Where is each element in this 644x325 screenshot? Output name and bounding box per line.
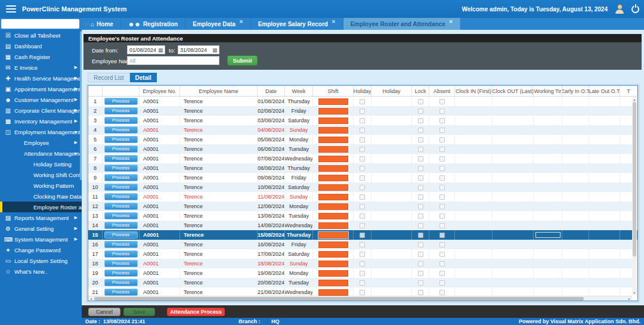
horizontal-scrollbar[interactable]: ◄ ► (88, 296, 632, 301)
top-tab-employee-roster-and-attendance[interactable]: Employee Roster and Attendance✕ (343, 18, 461, 30)
absent-checkbox[interactable] (439, 261, 445, 267)
sidebar-item-working-pattern[interactable]: Working Pattern (0, 180, 82, 191)
process-button[interactable]: Process (104, 222, 138, 229)
sidebar-item-inventory-management[interactable]: ▩Inventory Management▶ (0, 116, 82, 126)
sidebar-item-working-shift-configura[interactable]: Working Shift Configura... (0, 169, 82, 180)
table-row[interactable]: 10ProcessA0001Terence10/08/2024Saturday (88, 182, 637, 192)
lock-checkbox[interactable] (418, 242, 423, 247)
holiday-checkbox[interactable] (360, 156, 365, 162)
vertical-scrollbar[interactable]: ▲ ▼ (632, 97, 637, 295)
calendar-icon[interactable]: ▦ (158, 47, 163, 53)
lock-checkbox[interactable] (418, 280, 423, 286)
sidebar-item-employment-management[interactable]: ◫Employment Management▼ (0, 126, 82, 137)
close-tab-icon[interactable]: ✕ (332, 19, 336, 24)
holiday-checkbox[interactable] (360, 242, 365, 247)
absent-checkbox[interactable] (439, 185, 445, 190)
lock-checkbox[interactable] (418, 223, 423, 228)
sidebar-item-change-password[interactable]: ✦Change Password (0, 244, 82, 255)
process-button[interactable]: Process (104, 250, 138, 258)
top-tab-home[interactable]: ⌂Home (83, 18, 121, 30)
employee-name-input[interactable] (127, 56, 219, 65)
table-row[interactable]: 12ProcessA0001Terence12/08/2024Monday (88, 202, 637, 211)
process-button[interactable]: Process (104, 136, 138, 143)
process-button[interactable]: Process (104, 117, 138, 124)
holiday-checkbox[interactable] (360, 204, 365, 209)
lock-checkbox[interactable] (418, 118, 423, 123)
top-tab-employee-salary-record[interactable]: Employee Salary Record✕ (251, 18, 343, 30)
absent-checkbox[interactable] (439, 271, 445, 276)
table-row[interactable]: 6ProcessA0001Terence06/08/2024Tuesday (88, 144, 637, 154)
absent-checkbox[interactable] (439, 194, 445, 200)
table-row[interactable]: 5ProcessA0001Terence05/08/2024Monday (88, 135, 637, 144)
table-row[interactable]: 9ProcessA0001Terence09/08/2024Friday (88, 173, 637, 182)
sidebar-item-reports-management[interactable]: ▨Reports Management▶ (0, 212, 82, 223)
holiday-checkbox[interactable] (360, 99, 365, 104)
holiday-checkbox[interactable] (360, 185, 365, 190)
process-button[interactable]: Process (104, 279, 138, 286)
table-row[interactable]: 3ProcessA0001Terence03/08/2024Saturday (88, 116, 637, 125)
process-button[interactable]: Process (104, 231, 138, 239)
table-row[interactable]: 8ProcessA0001Terence08/08/2024Thursday (88, 163, 637, 173)
absent-checkbox[interactable] (439, 213, 445, 219)
holiday-checkbox[interactable] (360, 213, 365, 219)
top-tab-employee-data[interactable]: Employee Data✕ (185, 18, 250, 30)
scroll-left-icon[interactable]: ◄ (89, 296, 92, 301)
holiday-checkbox[interactable] (360, 271, 365, 276)
sidebar-search-input[interactable] (1, 21, 85, 27)
close-tab-icon[interactable]: ✕ (449, 19, 453, 24)
absent-checkbox[interactable] (439, 128, 445, 133)
lock-checkbox[interactable] (418, 252, 423, 257)
process-button[interactable]: Process (104, 203, 138, 210)
tab-record-list[interactable]: Record List (88, 73, 130, 82)
absent-checkbox[interactable] (439, 109, 445, 114)
table-row[interactable]: 1ProcessA0001Terence01/08/2024Thursday (88, 97, 637, 106)
lock-checkbox[interactable] (418, 137, 423, 143)
lock-checkbox[interactable] (418, 194, 423, 200)
sidebar-item-clocking-raw-data[interactable]: Clocking Raw Data (0, 191, 82, 202)
process-button[interactable]: Process (104, 193, 138, 200)
sidebar-item-appointment-management[interactable]: ▣Appointment Management▶ (0, 83, 82, 94)
lock-checkbox[interactable] (418, 99, 423, 104)
lock-checkbox[interactable] (418, 175, 423, 181)
sidebar-item-general-setting[interactable]: ⚙General Setting▶ (0, 223, 82, 234)
lock-checkbox[interactable] (418, 290, 423, 295)
absent-checkbox[interactable] (439, 137, 445, 143)
holiday-checkbox[interactable] (360, 280, 365, 286)
holiday-checkbox[interactable] (360, 147, 365, 152)
lock-checkbox[interactable] (418, 166, 423, 171)
horizontal-scroll-thumb[interactable] (94, 297, 584, 301)
lock-checkbox[interactable] (418, 109, 423, 114)
sidebar-item-corporate-client-management[interactable]: ▥Corporate Client Management▶ (0, 105, 82, 116)
holiday-checkbox[interactable] (360, 290, 365, 295)
holiday-checkbox[interactable] (360, 252, 365, 257)
lock-checkbox[interactable] (418, 271, 423, 276)
absent-checkbox[interactable] (439, 290, 445, 295)
process-button[interactable]: Process (104, 126, 138, 134)
sidebar-item-employee[interactable]: Employee▶ (0, 137, 82, 148)
process-button[interactable]: Process (104, 270, 138, 277)
holiday-checkbox[interactable] (360, 175, 365, 181)
table-row[interactable]: 14ProcessA0001Terence14/08/2024Wednesday (88, 221, 637, 230)
scroll-up-icon[interactable]: ▲ (632, 98, 637, 101)
absent-checkbox[interactable] (439, 223, 445, 228)
process-button[interactable]: Process (104, 260, 138, 267)
calendar-icon[interactable]: ▦ (212, 47, 218, 53)
holiday-checkbox[interactable] (360, 223, 365, 228)
holiday-checkbox[interactable] (360, 118, 365, 123)
holiday-checkbox[interactable] (360, 128, 365, 133)
scroll-right-icon[interactable]: ► (628, 296, 631, 301)
top-tab-registration[interactable]: ☻☻Registration (121, 18, 185, 30)
table-row[interactable]: 11ProcessA0001Terence11/08/2024Sunday (88, 192, 637, 202)
absent-checkbox[interactable] (439, 280, 445, 286)
sidebar-item-what-s-new[interactable]: ☆What's New.. (0, 266, 82, 277)
holiday-checkbox[interactable] (360, 233, 365, 238)
process-button[interactable]: Process (104, 289, 138, 296)
holiday-checkbox[interactable] (360, 137, 365, 143)
table-row[interactable]: 7ProcessA0001Terence07/08/2024Wednesday (88, 154, 637, 163)
sidebar-item-customer-management[interactable]: ☻Customer Management▶ (0, 94, 82, 105)
lock-checkbox[interactable] (418, 156, 423, 162)
absent-checkbox[interactable] (439, 242, 445, 247)
absent-checkbox[interactable] (439, 166, 445, 171)
sidebar-item-attendance-management[interactable]: Attendance Management▼ (0, 148, 82, 159)
absent-checkbox[interactable] (439, 147, 445, 152)
